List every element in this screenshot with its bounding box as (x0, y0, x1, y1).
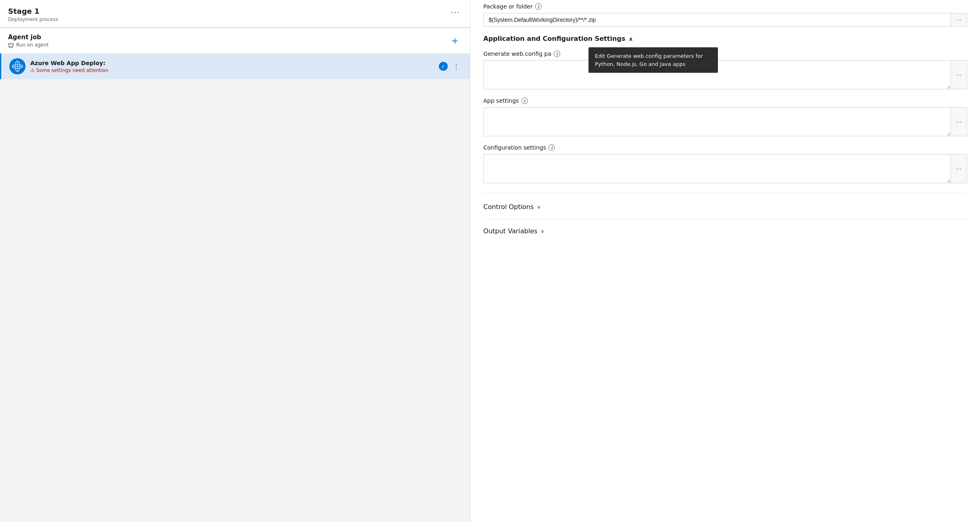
control-options-chevron: ∨ (537, 204, 541, 210)
app-settings-ellipsis-button[interactable]: ··· (951, 107, 967, 136)
app-settings-group: App settings i ··· (483, 97, 967, 136)
left-panel: Stage 1 Deployment process ··· Agent job (0, 0, 470, 522)
output-variables-chevron: ∨ (541, 228, 544, 234)
app-config-section-header[interactable]: Application and Configuration Settings ∧ (483, 35, 967, 42)
agent-job-info: Agent job Run on agent (8, 34, 49, 48)
control-options-section: Control Options ∨ (483, 193, 967, 212)
config-settings-input-row: ··· (483, 154, 967, 183)
agent-job-section: Agent job Run on agent + (0, 28, 470, 53)
stage-info: Stage 1 Deployment process (8, 6, 58, 22)
stage-title: Stage 1 (8, 6, 58, 16)
generate-webconfig-textarea[interactable] (483, 60, 951, 89)
generate-webconfig-ellipsis-button[interactable]: ··· (951, 60, 967, 89)
right-panel: Package or folder i ··· Application and … (470, 0, 980, 522)
generate-webconfig-label: Generate web.config pa i Edit Generate w… (483, 51, 967, 57)
warning-icon: ⚠ (30, 68, 35, 73)
stage-header: Stage 1 Deployment process ··· (0, 0, 470, 27)
azure-web-app-icon (9, 58, 25, 74)
task-enabled-check[interactable]: ✓ (439, 62, 448, 71)
control-options-toggle[interactable]: Control Options ∨ (483, 201, 967, 212)
output-variables-toggle[interactable]: Output Variables ∨ (483, 226, 967, 237)
agent-job-title: Agent job (8, 34, 49, 41)
app-settings-label: App settings i (483, 97, 967, 104)
package-folder-group: Package or folder i ··· (483, 0, 967, 27)
task-actions: ✓ ⋮ (439, 61, 462, 72)
task-info: Azure Web App Deploy: ⚠ Some settings ne… (30, 60, 434, 73)
config-settings-group: Configuration settings i ··· (483, 144, 967, 183)
right-content: Package or folder i ··· Application and … (470, 0, 980, 249)
config-settings-info-icon[interactable]: i (548, 144, 555, 151)
config-settings-ellipsis-button[interactable]: ··· (951, 154, 967, 183)
svg-rect-0 (8, 43, 13, 46)
app-settings-info-icon[interactable]: i (521, 97, 528, 104)
generate-webconfig-input-row: ··· (483, 60, 967, 89)
package-folder-label: Package or folder i (483, 3, 967, 10)
task-item[interactable]: Azure Web App Deploy: ⚠ Some settings ne… (0, 53, 470, 79)
stage-subtitle: Deployment process (8, 17, 58, 22)
generate-webconfig-info-icon[interactable]: i (554, 51, 560, 57)
package-folder-ellipsis-button[interactable]: ··· (951, 13, 967, 27)
task-warning: ⚠ Some settings need attention (30, 68, 434, 73)
generate-webconfig-group: Generate web.config pa i Edit Generate w… (483, 51, 967, 89)
config-settings-label: Configuration settings i (483, 144, 967, 151)
add-task-button[interactable]: + (448, 34, 462, 47)
output-variables-label: Output Variables (483, 227, 538, 235)
package-folder-input-row: ··· (483, 13, 967, 27)
control-options-label: Control Options (483, 203, 534, 211)
package-folder-info-icon[interactable]: i (535, 3, 542, 10)
run-on-agent-label: Run on agent (16, 42, 49, 48)
warning-text: Some settings need attention (36, 68, 108, 73)
agent-job-subtitle: Run on agent (8, 42, 49, 48)
app-config-title: Application and Configuration Settings (483, 35, 625, 42)
task-name: Azure Web App Deploy: (30, 60, 434, 66)
config-settings-textarea[interactable] (483, 154, 951, 183)
stage-more-button[interactable]: ··· (449, 6, 462, 18)
app-settings-input-row: ··· (483, 107, 967, 136)
collapse-icon: ∧ (629, 36, 633, 42)
run-on-agent-icon (8, 42, 14, 48)
package-folder-input[interactable] (483, 13, 951, 27)
task-kebab-menu[interactable]: ⋮ (451, 61, 462, 72)
app-settings-textarea[interactable] (483, 107, 951, 136)
output-variables-section: Output Variables ∨ (483, 219, 967, 237)
